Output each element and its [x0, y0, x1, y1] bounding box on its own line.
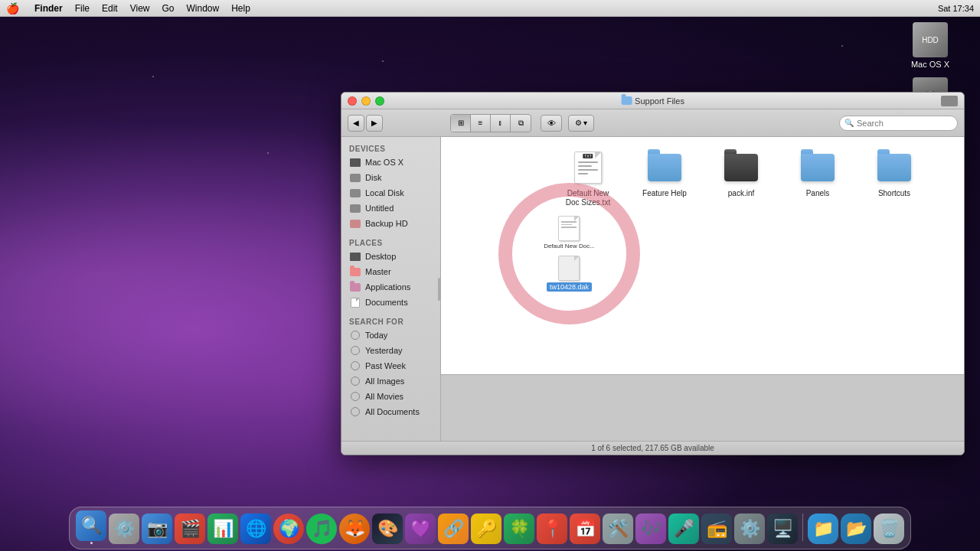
packinf-icon [723, 149, 760, 186]
file-area-top[interactable]: Default New Doc... tw10428.dak [441, 137, 964, 374]
dock-item-spotify[interactable]: 🎵 [306, 514, 337, 544]
dock-item-app6[interactable]: 🖥️ [767, 514, 798, 544]
file-grid: TXT Default New Doc Sizes.txt Feature He… [548, 137, 964, 374]
dock-item-steadytune[interactable]: 📻 [701, 514, 732, 544]
sidebar-item-desktop[interactable]: Desktop [341, 249, 440, 264]
sidebar-item-allimages[interactable]: All Images [341, 373, 440, 389]
dock-item-istat[interactable]: 📊 [207, 514, 238, 544]
forward-button[interactable]: ▶ [366, 115, 383, 132]
dock-item-app1[interactable]: 💜 [405, 514, 436, 544]
menu-finder[interactable]: Finder [34, 3, 63, 14]
sidebar-item-yesterday[interactable]: Yesterday [341, 343, 440, 358]
dock-item-safari[interactable]: 🌐 [240, 514, 271, 544]
menu-file[interactable]: File [75, 3, 90, 14]
desktop-icon-macosx[interactable]: HDD Mac OS X [903, 21, 957, 69]
list-view-button[interactable]: ≡ [471, 115, 491, 132]
txt-lines [578, 161, 598, 177]
menu-window[interactable]: Window [187, 3, 220, 14]
dock-item-firefox[interactable]: 🦊 [339, 514, 370, 544]
sidebar-item-localdisk[interactable]: Local Disk [341, 185, 440, 201]
dock-item-folder2[interactable]: 📂 [841, 514, 871, 544]
search-section: SEARCH FOR Today Yesterday [341, 316, 440, 419]
dock-item-photoshop[interactable]: 🎨 [372, 514, 403, 544]
devices-header: DEVICES [341, 143, 440, 155]
dock-item-trash[interactable]: 🗑️ [874, 514, 904, 544]
menu-go[interactable]: Go [162, 3, 175, 14]
file-item-featurehelp[interactable]: Feature Help [634, 146, 695, 210]
dock-item-folder[interactable]: 📁 [808, 514, 838, 544]
toolbar: ◀ ▶ ⊞ ≡ ⫾ ⧉ 👁 ⚙ ▾ 🔍 [341, 109, 964, 137]
yesterday-label: Yesterday [365, 346, 403, 355]
chrome-dock-icon: 🌍 [273, 514, 304, 544]
back-button[interactable]: ◀ [348, 115, 364, 132]
sidebar-item-documents[interactable]: Documents [341, 295, 440, 310]
close-button[interactable] [348, 96, 357, 106]
app6-dock-icon: 🖥️ [767, 514, 798, 544]
menu-view[interactable]: View [130, 3, 150, 14]
dock-item-calendar[interactable]: 📅 [570, 514, 600, 544]
sidebar-item-pastweek[interactable]: Past Week [341, 358, 440, 373]
trash-dock-icon: 🗑️ [874, 514, 904, 544]
txt-line-2 [578, 165, 592, 167]
sidebar-resize-handle[interactable] [437, 137, 440, 441]
search-input[interactable] [857, 119, 952, 128]
minimize-button[interactable] [361, 96, 371, 106]
sidebar-item-untitled[interactable]: Untitled [341, 201, 440, 216]
txt-file-icon: TXT [570, 149, 606, 186]
sidebar-item-today[interactable]: Today [341, 328, 440, 343]
sidebar-item-allmovies[interactable]: All Movies [341, 389, 440, 404]
app3-dock-icon: 🍀 [504, 514, 534, 544]
file-item-packinf[interactable]: pack.inf [710, 146, 772, 210]
shortcuts-folder [877, 154, 911, 181]
app4-dock-icon: 🛠️ [603, 514, 633, 544]
apple-menu[interactable]: 🍎 [6, 2, 19, 15]
action-button[interactable]: ⚙ ▾ [568, 115, 594, 132]
maximize-button[interactable] [375, 96, 384, 106]
title-bar: Support Files [341, 93, 964, 109]
window-title: Support Files [621, 96, 684, 106]
dock-item-app4[interactable]: 🛠️ [603, 514, 633, 544]
menubar: 🍎 Finder File Edit View Go Window Help S… [0, 0, 980, 17]
menubar-clock: Sat 17:34 [938, 4, 974, 13]
dock-item-app2[interactable]: 🔗 [438, 514, 469, 544]
sidebar-item-backuphd[interactable]: Backup HD [341, 216, 440, 231]
menu-help[interactable]: Help [231, 3, 250, 14]
dock-item-sysprefs[interactable]: ⚙️ [109, 514, 139, 544]
column-view-button[interactable]: ⫾ [491, 115, 511, 132]
dock-item-iphoto[interactable]: 📷 [142, 514, 172, 544]
panels-folder [801, 154, 835, 181]
sidebar-item-master[interactable]: Master [341, 264, 440, 279]
cover-view-button[interactable]: ⧉ [511, 115, 531, 132]
dock-item-app3[interactable]: 🍀 [504, 514, 534, 544]
pastweek-icon [349, 360, 361, 372]
master-icon [349, 266, 361, 278]
sidebar-item-disk[interactable]: Disk [341, 170, 440, 185]
places-section: PLACES Desktop Master [341, 237, 440, 310]
places-header: PLACES [341, 237, 440, 249]
sidebar-item-macosx[interactable]: Mac OS X [341, 155, 440, 170]
search-header: SEARCH FOR [341, 316, 440, 328]
dock-item-photobooth[interactable]: 🎬 [175, 514, 205, 544]
file-item-shortcuts[interactable]: Shortcuts [864, 146, 925, 210]
sidebar-item-applications[interactable]: Applications [341, 279, 440, 295]
dock-item-tune[interactable]: 🎤 [668, 514, 699, 544]
quick-look-button[interactable]: 👁 [541, 115, 562, 132]
file-item-panels[interactable]: Panels [787, 146, 848, 210]
menu-edit[interactable]: Edit [102, 3, 118, 14]
search-box[interactable]: 🔍 [839, 116, 958, 131]
istat-dock-icon: 📊 [207, 514, 238, 544]
tune-dock-icon: 🎤 [668, 514, 699, 544]
file-area: Default New Doc... tw10428.dak [441, 137, 964, 441]
dock-item-itunes[interactable]: 🎶 [635, 514, 666, 544]
dock-item-finder[interactable]: 🔍 [76, 510, 106, 544]
dock-item-gps[interactable]: 📍 [537, 514, 567, 544]
dock-item-app5[interactable]: ⚙️ [734, 514, 765, 544]
dock-item-chrome[interactable]: 🌍 [273, 514, 304, 544]
folder2-dock-icon: 📂 [841, 514, 871, 544]
collapse-button[interactable] [941, 96, 958, 106]
icon-view-button[interactable]: ⊞ [451, 115, 471, 132]
allmovies-label: All Movies [365, 392, 403, 401]
dock-item-keychain[interactable]: 🔑 [471, 514, 501, 544]
sidebar-item-alldocuments[interactable]: All Documents [341, 404, 440, 419]
file-item-txt[interactable]: TXT Default New Doc Sizes.txt [557, 146, 619, 210]
